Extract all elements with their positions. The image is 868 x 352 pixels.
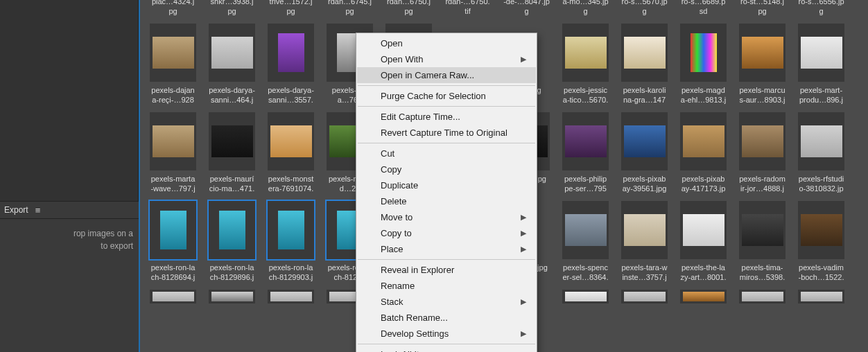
thumbnail[interactable] <box>268 290 314 303</box>
menu-revert-capture-time[interactable]: Revert Capture Time to Original <box>357 125 536 141</box>
chevron-right-icon: ▶ <box>521 229 526 238</box>
file-label[interactable]: pexels-marta-wave…797.jpg <box>150 175 196 194</box>
file-label[interactable]: rdan-…6750.tif <box>444 0 491 17</box>
thumbnail[interactable] <box>798 201 844 259</box>
thumbnail[interactable] <box>798 112 844 170</box>
thumbnail-selected[interactable] <box>268 201 314 259</box>
menu-develop-settings[interactable]: Develop Settings▶ <box>357 326 536 342</box>
menu-cut[interactable]: Cut <box>357 146 536 161</box>
thumbnail[interactable] <box>562 24 609 82</box>
file-label[interactable]: pexels-karolina-gra…1472.jpg <box>621 86 668 105</box>
menu-open[interactable]: Open <box>357 35 536 51</box>
chevron-right-icon: ▶ <box>521 329 526 338</box>
sidebar: Export ≡ rop images on a to export <box>0 0 139 352</box>
thumbnail[interactable] <box>739 290 785 303</box>
file-label[interactable]: piac…4324.jpg <box>150 0 196 17</box>
file-label[interactable]: pexels-darya-sanni…464.jpg <box>209 86 255 105</box>
file-label[interactable]: pexels-monstera-7691074.jpg <box>268 175 314 194</box>
menu-open-with[interactable]: Open With▶ <box>357 51 536 67</box>
menu-move-to[interactable]: Move to▶ <box>357 209 536 225</box>
thumbnail[interactable] <box>562 201 609 259</box>
file-label[interactable]: ro-st…5148.jpg <box>739 0 785 17</box>
menu-lock-all[interactable]: Lock All Items <box>357 346 536 352</box>
thumbnail[interactable] <box>739 201 785 259</box>
thumbnail[interactable] <box>739 24 785 82</box>
thumbnail[interactable] <box>150 290 196 303</box>
thumbnail[interactable] <box>562 290 609 303</box>
thumbnail[interactable] <box>680 112 727 170</box>
menu-rename[interactable]: Rename <box>357 278 536 294</box>
thumbnail[interactable] <box>798 290 844 303</box>
menu-reveal-explorer[interactable]: Reveal in Explorer <box>357 262 536 278</box>
export-panel-header[interactable]: Export ≡ <box>0 201 139 219</box>
thumbnail[interactable] <box>680 24 727 82</box>
file-label[interactable]: pexels-dajana-reçi-…9282.jpg <box>150 86 196 105</box>
file-label[interactable]: pexels-darya-sanni…3557.jpg <box>268 86 314 105</box>
file-label[interactable]: pexels-jessica-tico…5670.jpg <box>562 86 609 105</box>
thumbnail[interactable] <box>209 290 255 303</box>
file-label[interactable]: pexels-pixabay-39561.jpg <box>621 175 668 194</box>
chevron-right-icon: ▶ <box>521 245 526 254</box>
file-label[interactable]: pexels-mart-produ…896.jpg <box>798 86 844 105</box>
file-label[interactable]: pexels-tara-winste…3757.jpg <box>621 263 668 283</box>
context-menu: Open Open With▶ Open in Camera Raw... Pu… <box>356 33 537 352</box>
file-label[interactable]: pexels-vadim-boch…1522.jpg <box>798 263 844 283</box>
file-label[interactable]: pexels-marcus-aur…8903.jpg <box>739 86 785 105</box>
file-label[interactable]: pexels-ron-lach-8129896.jpg <box>209 263 255 283</box>
file-label[interactable]: trive…1572.jpg <box>268 0 314 17</box>
thumbnail[interactable] <box>621 24 668 82</box>
thumbnail[interactable] <box>798 24 844 82</box>
menu-place[interactable]: Place▶ <box>357 241 536 257</box>
thumbnail-selected[interactable] <box>150 201 196 259</box>
file-label[interactable]: shkr…3938.jpg <box>209 0 255 17</box>
menu-duplicate[interactable]: Duplicate <box>357 177 536 193</box>
thumbnail[interactable] <box>621 290 668 303</box>
file-label[interactable]: rdan…6750.jpg <box>385 0 432 17</box>
file-label[interactable]: pexels-the-lazy-art…8001.jpg <box>680 263 727 283</box>
file-label[interactable]: pexels-spencer-sel…8364.jpg <box>562 263 609 283</box>
file-label[interactable]: rdan…6745.jpg <box>327 0 373 17</box>
menu-separator <box>358 106 535 107</box>
menu-delete[interactable]: Delete <box>357 193 536 209</box>
file-label[interactable]: pexels-philippe-ser…7951.jpg <box>562 175 609 194</box>
menu-open-camera-raw[interactable]: Open in Camera Raw... <box>357 67 536 83</box>
thumbnail[interactable] <box>150 112 196 170</box>
file-label[interactable]: pexels-rfstudio-3810832.jpg <box>798 175 844 194</box>
thumbnail[interactable] <box>680 290 727 303</box>
menu-purge-cache[interactable]: Purge Cache for Selection <box>357 88 536 104</box>
file-label[interactable]: -de-…8047.jpg <box>503 0 550 17</box>
file-label[interactable]: pexels-tima-miros…5398.jpg <box>739 263 785 283</box>
thumbnail[interactable] <box>680 201 727 259</box>
file-label[interactable]: pexels-ron-lach-8129903.jpg <box>268 263 314 283</box>
menu-separator <box>358 344 535 344</box>
menu-edit-capture-time[interactable]: Edit Capture Time... <box>357 109 536 125</box>
file-label[interactable]: ro-s…6556.jpg <box>798 0 844 17</box>
file-label[interactable]: pexels-pixabay-417173.jpg <box>680 175 727 194</box>
file-label[interactable]: pexels-magda-ehl…9813.jpg <box>680 86 727 105</box>
menu-stack[interactable]: Stack▶ <box>357 294 536 310</box>
menu-separator <box>358 85 535 86</box>
file-label[interactable]: pexels-radomir-jor…4888.jpg <box>739 175 785 194</box>
file-label[interactable]: pexels-ron-lach-8128694.jpg <box>150 263 196 283</box>
thumbnail[interactable] <box>268 24 314 82</box>
file-label[interactable]: ro-s…6689.psd <box>680 0 727 17</box>
export-hint-line: rop images on a <box>6 227 133 240</box>
thumbnail[interactable] <box>621 112 668 170</box>
menu-batch-rename[interactable]: Batch Rename... <box>357 310 536 326</box>
thumbnail[interactable] <box>209 24 255 82</box>
thumbnail-selected[interactable] <box>209 201 255 259</box>
thumbnail[interactable] <box>621 201 668 259</box>
menu-icon[interactable]: ≡ <box>35 205 41 215</box>
file-label[interactable]: ro-s…5670.jpg <box>621 0 668 17</box>
file-label[interactable]: a-mo…345.jpg <box>562 0 609 17</box>
file-label[interactable]: pexels-maurício-ma…471.jpg <box>209 175 255 194</box>
thumbnail[interactable] <box>150 24 196 82</box>
chevron-right-icon: ▶ <box>521 213 526 222</box>
menu-copy-to[interactable]: Copy to▶ <box>357 225 536 241</box>
thumbnail[interactable] <box>739 112 785 170</box>
thumbnail[interactable] <box>562 112 609 170</box>
menu-copy[interactable]: Copy <box>357 161 536 177</box>
thumbnail[interactable] <box>209 112 255 170</box>
menu-separator <box>358 259 535 260</box>
thumbnail[interactable] <box>268 112 314 170</box>
